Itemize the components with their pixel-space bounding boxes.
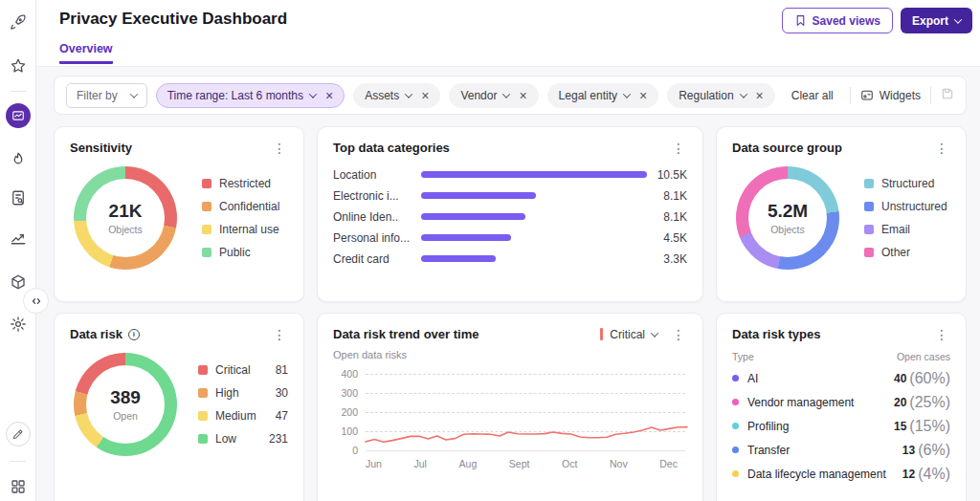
- remove-icon[interactable]: [421, 89, 429, 102]
- widgets-button[interactable]: Widgets: [860, 89, 921, 102]
- legend-swatch: [864, 202, 874, 211]
- series-color-bar: [600, 328, 603, 340]
- table-rows: AI40(60%) Vendor management20(25%) Profi…: [732, 366, 950, 486]
- clear-all-button[interactable]: Clear all: [791, 89, 834, 102]
- table-row[interactable]: Transfer13(6%): [732, 438, 950, 462]
- bar-label: Electronic i...: [333, 189, 421, 203]
- sidebar-collapse-toggle[interactable]: [23, 288, 49, 314]
- chevron-down-icon[interactable]: [405, 90, 412, 98]
- widget-grid: Sensitivity 21K Objects Restricted Confi…: [54, 126, 967, 501]
- table-row[interactable]: AI40(60%): [732, 366, 950, 390]
- legend-item: Email: [864, 223, 947, 236]
- kebab-menu-icon[interactable]: [271, 142, 288, 155]
- filter-bar: Filter by Time range: Last 6 months Asse…: [54, 76, 967, 115]
- open-cases-count: 15: [894, 420, 906, 433]
- cube-icon[interactable]: [10, 273, 27, 291]
- filter-chip-assets[interactable]: Assets: [353, 83, 440, 108]
- pencil-icon[interactable]: [6, 422, 31, 447]
- filter-chip-regulation[interactable]: Regulation: [667, 83, 775, 108]
- widget-title: Sensitivity: [70, 141, 132, 155]
- remove-icon[interactable]: [639, 89, 647, 102]
- legend-value: 30: [276, 386, 288, 400]
- export-label: Export: [912, 14, 948, 28]
- kebab-menu-icon[interactable]: [933, 328, 950, 341]
- series-selector[interactable]: Critical: [610, 328, 645, 341]
- main-area: Privacy Executive Dashboard Saved views …: [36, 0, 980, 501]
- flame-icon[interactable]: [10, 151, 27, 168]
- page-title: Privacy Executive Dashboard: [59, 10, 287, 29]
- donut-center-label: Open: [113, 410, 138, 422]
- legend-item: Other: [864, 246, 947, 259]
- report-search-icon[interactable]: [10, 189, 27, 207]
- open-cases-count: 20: [894, 396, 906, 409]
- bar-fill: [421, 171, 647, 178]
- sidebar: [0, 0, 36, 501]
- trend-icon[interactable]: [10, 229, 27, 246]
- bar-label: Personal info...: [333, 231, 421, 245]
- x-tick: Aug: [459, 458, 478, 469]
- kebab-menu-icon[interactable]: [933, 142, 950, 155]
- rocket-icon[interactable]: [10, 13, 27, 31]
- kebab-menu-icon[interactable]: [670, 142, 687, 155]
- x-tick: Dec: [659, 458, 678, 469]
- tab-overview[interactable]: Overview: [59, 42, 113, 64]
- saved-views-button[interactable]: Saved views: [782, 8, 893, 33]
- legend-swatch: [864, 248, 874, 257]
- chevron-down-icon[interactable]: [651, 329, 658, 337]
- widget-title: Data risk types: [732, 327, 821, 341]
- widget-data-risk-trend: Data risk trend over time Critical Open …: [317, 313, 703, 501]
- legend-item: Critical81: [198, 363, 288, 377]
- chip-label: Regulation: [679, 89, 733, 102]
- legend-value: 81: [276, 363, 288, 377]
- filter-chip-time-range[interactable]: Time range: Last 6 months: [156, 83, 345, 108]
- type-label: Data lifecycle management: [747, 468, 886, 481]
- filter-chip-legal-entity[interactable]: Legal entity: [547, 83, 659, 108]
- data-risk-donut-chart: 389 Open: [74, 353, 177, 456]
- table-row[interactable]: Vendor management20(25%): [732, 390, 950, 414]
- legend-swatch: [198, 434, 208, 444]
- divider: [930, 87, 931, 104]
- divider: [850, 87, 851, 104]
- gear-icon[interactable]: [10, 316, 27, 333]
- donut-center: 5.2M Objects: [736, 166, 839, 270]
- legend: Structured Unstructured Email Other: [864, 177, 947, 259]
- legend-label: Internal use: [219, 223, 279, 236]
- table-row[interactable]: Profiling15(15%): [732, 414, 950, 438]
- dashboard-icon[interactable]: [6, 103, 31, 128]
- legend-label: Restricted: [219, 177, 271, 190]
- chip-label: Legal entity: [559, 89, 617, 102]
- remove-icon[interactable]: [325, 89, 333, 102]
- legend-item: Restricted: [202, 177, 279, 190]
- legend-swatch: [864, 179, 874, 188]
- info-icon[interactable]: [128, 329, 140, 340]
- chevron-down-icon[interactable]: [739, 90, 746, 98]
- filter-by-dropdown[interactable]: Filter by: [66, 83, 147, 108]
- export-button[interactable]: Export: [901, 8, 972, 33]
- filter-bar-right: Widgets: [850, 87, 954, 104]
- kebab-menu-icon[interactable]: [670, 328, 687, 341]
- remove-icon[interactable]: [756, 89, 764, 102]
- legend-item: Structured: [864, 177, 947, 190]
- remove-icon[interactable]: [519, 89, 526, 102]
- type-dot: [732, 470, 739, 477]
- save-icon[interactable]: [941, 87, 954, 104]
- chevron-down-icon[interactable]: [309, 90, 317, 98]
- chevron-down-icon[interactable]: [623, 90, 631, 98]
- chevron-down-icon[interactable]: [502, 90, 510, 98]
- star-icon[interactable]: [10, 57, 27, 75]
- donut-center: 21K Objects: [74, 166, 177, 270]
- legend-swatch: [198, 411, 208, 421]
- chip-label: Time range: Last 6 months: [167, 89, 303, 102]
- bar-value: 8.1K: [647, 210, 687, 224]
- filter-chip-vendor[interactable]: Vendor: [449, 83, 538, 108]
- apps-grid-icon[interactable]: [10, 478, 27, 495]
- x-tick: Nov: [610, 458, 628, 469]
- widget-sensitivity: Sensitivity 21K Objects Restricted Confi…: [54, 126, 304, 302]
- open-cases-count: 12: [902, 468, 915, 481]
- bar-value: 10.5K: [647, 168, 687, 182]
- x-axis-labels: Jun Jul Aug Sept Oct Nov Dec: [366, 458, 687, 469]
- open-cases-pct: (15%): [909, 418, 950, 435]
- table-row[interactable]: Data lifecycle management12(4%): [732, 462, 950, 486]
- legend-swatch: [202, 248, 212, 257]
- kebab-menu-icon[interactable]: [271, 328, 288, 341]
